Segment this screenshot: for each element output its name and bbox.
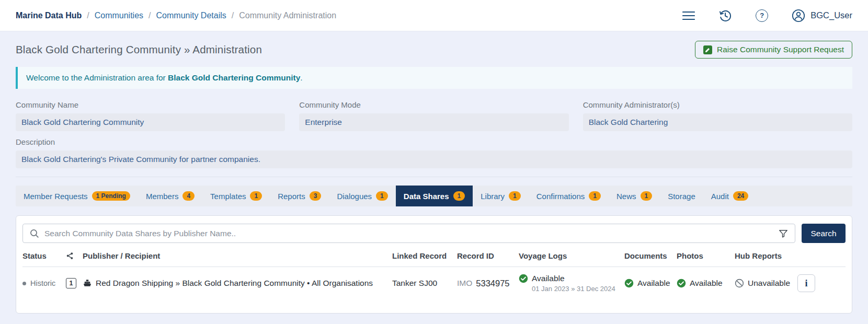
check-circle-icon: [624, 279, 634, 288]
tab-confirmations[interactable]: Confirmations 1: [529, 186, 609, 206]
data-shares-panel: Search Status Publisher / Recipient Link…: [16, 215, 852, 314]
voyage-logs-range: 01 Jan 2023 » 31 Dec 2024: [519, 285, 624, 293]
section-divider: [16, 177, 852, 177]
col-photos: Photos: [677, 251, 735, 260]
col-hub-reports: Hub Reports: [735, 251, 797, 260]
raise-support-request-label: Raise Community Support Request: [717, 45, 844, 54]
community-name-value: Black Gold Chartering Community: [16, 113, 285, 131]
col-status: Status: [22, 251, 66, 260]
breadcrumb-separator: /: [87, 11, 89, 20]
help-glyph: ?: [760, 11, 764, 19]
search-button[interactable]: Search: [802, 224, 846, 243]
record-id-cell: IMO 5334975: [457, 279, 519, 288]
community-mode-label: Community Mode: [299, 100, 568, 109]
col-linked-record: Linked Record: [392, 251, 457, 260]
welcome-banner: Welcome to the Administration area for B…: [16, 67, 852, 89]
field-community-mode: Community Mode Enterprise: [299, 100, 568, 131]
tab-badge: 1: [641, 191, 653, 201]
tab-badge: 1: [509, 191, 521, 201]
tab-member-requests[interactable]: Member Requests 1 Pending: [16, 186, 138, 206]
documents-cell: Available: [624, 279, 677, 288]
tab-templates[interactable]: Templates 1: [202, 186, 270, 206]
status-text: Historic: [30, 279, 55, 287]
col-record-id: Record ID: [457, 251, 519, 260]
voyage-logs-status: Available: [532, 274, 565, 283]
status-dot-icon: [22, 282, 26, 285]
history-icon[interactable]: [718, 9, 732, 22]
search-box: [22, 224, 795, 243]
table-header: Status Publisher / Recipient Linked Reco…: [22, 243, 846, 267]
tab-audit[interactable]: Audit 24: [703, 186, 757, 206]
check-circle-icon: [519, 274, 528, 283]
welcome-community-name: Black Gold Chartering Community: [168, 73, 300, 82]
menu-icon[interactable]: [682, 9, 695, 22]
share-count-cell: 1: [66, 278, 83, 288]
publisher-cell: Red Dragon Shipping » Black Gold Charter…: [83, 279, 392, 288]
tab-badge: 24: [733, 191, 748, 201]
community-administrators-value: Black Gold Chartering: [583, 113, 852, 131]
breadcrumb-separator: /: [232, 11, 234, 20]
field-community-name: Community Name Black Gold Chartering Com…: [16, 100, 285, 131]
breadcrumb-community-details[interactable]: Community Details: [156, 11, 226, 20]
breadcrumb: Marine Data Hub / Communities / Communit…: [16, 11, 336, 20]
col-documents: Documents: [624, 251, 677, 260]
tab-library[interactable]: Library 1: [473, 186, 529, 206]
hub-reports-cell: Unavailable: [735, 279, 797, 288]
tab-badge: 3: [310, 191, 322, 201]
share-icon: [66, 252, 83, 260]
breadcrumb-current: Community Administration: [239, 11, 336, 20]
voyage-logs-cell: Available 01 Jan 2023 » 31 Dec 2024: [519, 274, 624, 293]
breadcrumb-brand[interactable]: Marine Data Hub: [16, 11, 82, 20]
ship-icon: [83, 279, 92, 288]
username: BGC_User: [810, 10, 852, 20]
search-icon: [30, 229, 39, 238]
info-icon: i: [805, 278, 807, 289]
tab-badge: 1: [376, 191, 388, 201]
breadcrumb-communities[interactable]: Communities: [95, 11, 143, 20]
ban-icon: [735, 279, 744, 288]
tab-storage[interactable]: Storage: [660, 186, 703, 206]
info-button[interactable]: i: [797, 274, 815, 292]
check-circle-icon: [677, 279, 686, 288]
page-title: Black Gold Chartering Community » Admini…: [16, 43, 262, 56]
tab-data-shares[interactable]: Data Shares 1: [396, 186, 473, 206]
record-id-value: 5334975: [476, 279, 509, 288]
field-description: Description Black Gold Chartering's Priv…: [16, 137, 852, 168]
user-icon: [792, 9, 805, 22]
admin-tab-bar: Member Requests 1 Pending Members 4 Temp…: [16, 186, 852, 206]
publisher-text[interactable]: Red Dragon Shipping » Black Gold Charter…: [96, 279, 373, 288]
description-value: Black Gold Chartering's Private Communit…: [16, 151, 852, 168]
tab-badge: 4: [182, 191, 195, 201]
comment-edit-icon: [703, 45, 712, 54]
photos-cell: Available: [677, 279, 735, 288]
photos-status: Available: [690, 279, 723, 288]
filter-icon[interactable]: [779, 229, 788, 238]
tab-reports[interactable]: Reports 3: [270, 186, 329, 206]
record-id-prefix: IMO: [457, 279, 472, 288]
status-cell: Historic: [22, 279, 66, 287]
search-input[interactable]: [44, 229, 773, 238]
table-row: Historic 1 Red Dragon Shipping » Black G…: [22, 267, 846, 300]
welcome-text: Welcome to the Administration area for: [26, 73, 168, 82]
community-name-label: Community Name: [16, 100, 285, 109]
col-publisher-recipient: Publisher / Recipient: [83, 251, 392, 260]
tab-dialogues[interactable]: Dialogues 1: [329, 186, 395, 206]
community-administrators-label: Community Administrator(s): [583, 100, 852, 109]
top-bar: Marine Data Hub / Communities / Communit…: [0, 0, 868, 31]
breadcrumb-separator: /: [149, 11, 151, 20]
raise-support-request-button[interactable]: Raise Community Support Request: [695, 41, 852, 59]
tab-badge: 1: [453, 191, 465, 201]
user-menu[interactable]: BGC_User: [792, 9, 852, 22]
share-count-badge[interactable]: 1: [66, 278, 76, 288]
hub-reports-status: Unavailable: [748, 279, 790, 288]
tab-badge: 1: [250, 191, 262, 201]
row-actions-cell: i: [797, 274, 846, 292]
tab-news[interactable]: News 1: [609, 186, 660, 206]
description-label: Description: [16, 137, 852, 146]
linked-record-cell: Tanker SJ00: [392, 279, 457, 288]
tab-members[interactable]: Members 4: [138, 186, 202, 206]
help-icon[interactable]: ?: [755, 9, 769, 22]
tab-badge: 1: [589, 191, 601, 201]
community-mode-value: Enterprise: [299, 113, 568, 131]
documents-status: Available: [637, 279, 670, 288]
